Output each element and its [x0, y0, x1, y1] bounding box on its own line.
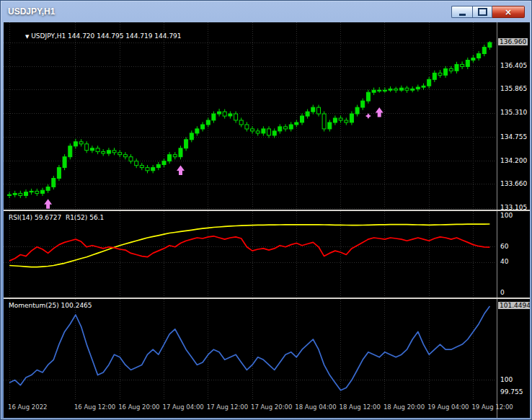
candle [488, 43, 492, 48]
axis-label: 100 [500, 212, 513, 219]
axis-label: 60 [500, 243, 508, 250]
candle [206, 120, 210, 125]
candle [146, 168, 149, 171]
candle [422, 86, 425, 87]
axis-label: 99.755 [500, 388, 523, 396]
close-icon: × [505, 8, 512, 17]
candle [52, 179, 56, 187]
candle [284, 127, 288, 129]
candle [394, 89, 398, 90]
candle [79, 142, 83, 144]
candle [112, 151, 116, 153]
time-axis-label: 19 Aug 12:00 [471, 403, 513, 411]
candle [68, 146, 72, 157]
candle [461, 64, 464, 66]
candle [477, 54, 481, 58]
window-controls: × [451, 6, 525, 18]
candle [30, 191, 33, 192]
axis-label: 136.405 [500, 62, 527, 69]
time-axis-label: 19 Aug 04:00 [427, 403, 469, 411]
title-bar[interactable]: USDJPY,H1 × [1, 1, 531, 22]
candle [355, 107, 359, 114]
candle [466, 61, 469, 67]
candle [140, 166, 143, 168]
buy-signal-arrow-icon [177, 166, 185, 176]
candle [267, 129, 271, 135]
candle [411, 89, 414, 90]
candle [256, 131, 260, 133]
candle [151, 168, 155, 171]
rsi-indicator-panel[interactable]: RSI(14) 59.6727 R1(52) 56.1 10060400 [4, 211, 530, 298]
candle [245, 125, 249, 129]
rsi-chart[interactable] [4, 211, 530, 298]
candle [229, 114, 232, 116]
candle [185, 140, 188, 148]
candle [201, 125, 205, 129]
maximize-button[interactable] [472, 6, 492, 18]
candle [405, 88, 409, 90]
candle [455, 64, 458, 71]
minimize-button[interactable] [451, 6, 472, 18]
time-axis-label: 17 Aug 04:00 [162, 403, 203, 411]
axis-label: 134.755 [500, 133, 527, 140]
candle [471, 58, 475, 61]
momentum-indicator-panel[interactable]: Momentum(25) 100.2465 101.449410099.755 [4, 299, 530, 400]
candle [74, 142, 77, 146]
candle [378, 90, 381, 91]
window-title: USDJPY,H1 [8, 6, 55, 17]
candle [301, 116, 304, 122]
time-axis-label: 17 Aug 20:00 [251, 403, 292, 411]
candle [19, 193, 22, 195]
candle [25, 192, 28, 196]
candle [272, 131, 276, 135]
candle [438, 73, 442, 75]
axis-label: 100 [500, 376, 513, 383]
candle [333, 118, 337, 122]
time-axis[interactable]: 16 Aug 202216 Aug 12:0016 Aug 20:0017 Au… [4, 400, 530, 418]
candle [57, 168, 61, 179]
candle [322, 114, 326, 129]
candle [278, 127, 282, 131]
symbol-ohlc-label: ▼USDJPY,H1 144.720 144.795 144.719 144.7… [9, 25, 182, 47]
candle [482, 48, 486, 54]
momentum-axis-separator [497, 299, 497, 400]
candle [46, 187, 50, 191]
dropdown-arrow-icon: ▼ [25, 34, 29, 40]
candle [156, 164, 160, 167]
candle [85, 144, 89, 151]
candle [416, 87, 420, 89]
candle [218, 112, 221, 114]
candle [107, 151, 110, 153]
momentum-chart[interactable] [4, 299, 530, 400]
candle [311, 107, 315, 112]
candle [63, 157, 66, 168]
candle [168, 155, 172, 161]
price-chart-panel[interactable]: ▼USDJPY,H1 144.720 144.795 144.719 144.7… [4, 22, 530, 210]
price-axis-separator [497, 22, 497, 210]
candle [399, 88, 403, 90]
candle [361, 101, 365, 107]
close-button[interactable]: × [492, 6, 525, 18]
candle [317, 107, 321, 114]
candle [8, 195, 12, 195]
momentum-line [9, 306, 489, 390]
candle [118, 153, 122, 155]
candle [96, 148, 99, 152]
candle [234, 114, 238, 120]
maximize-icon [478, 8, 487, 16]
signal-star-icon [365, 113, 371, 119]
chart-window: USDJPY,H1 × ▼USDJPY,H1 144.720 144.795 1… [0, 0, 532, 420]
candle [427, 79, 431, 86]
buy-signal-arrow-icon [376, 107, 384, 117]
candlestick-chart[interactable] [4, 22, 530, 210]
candle [239, 120, 243, 125]
candle [251, 129, 254, 131]
candle [449, 68, 453, 71]
axis-current-value: 136.960 [498, 38, 528, 45]
candle [372, 90, 376, 92]
rsi-axis-separator [497, 211, 497, 298]
candle [289, 125, 293, 129]
candle [35, 191, 39, 193]
axis-label: 133.105 [500, 204, 527, 210]
time-axis-label: 16 Aug 12:00 [74, 403, 115, 411]
